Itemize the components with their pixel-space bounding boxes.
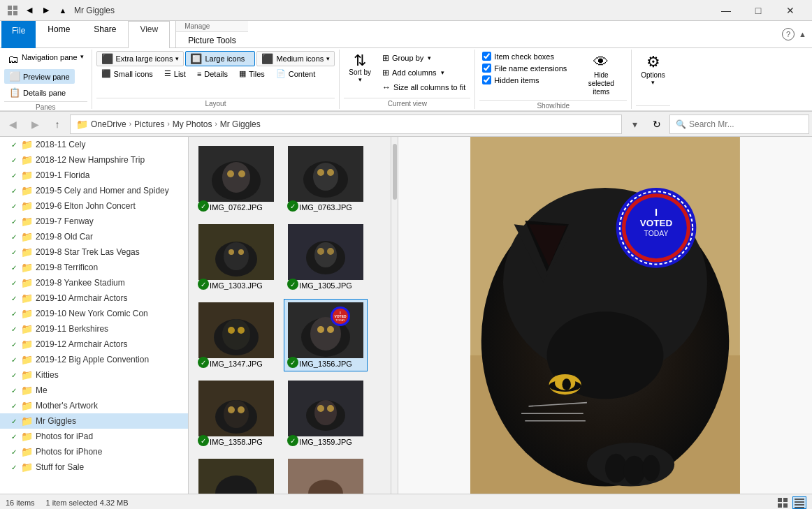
sidebar-item-2019-5-cely[interactable]: ✓ 📁 2019-5 Cely and Homer and Spidey bbox=[0, 183, 188, 198]
thumb-item-img1356[interactable]: I VOTED TODAY ✓ IMG_1356.JPG bbox=[284, 299, 368, 371]
address-dropdown-button[interactable]: ▾ bbox=[625, 115, 644, 134]
search-input[interactable] bbox=[689, 119, 787, 129]
tiles-button[interactable]: ▦ Tiles bbox=[234, 67, 270, 80]
tab-picture-tools[interactable]: Picture Tools bbox=[176, 32, 247, 48]
sidebar-item-2019-10-nycc[interactable]: ✓ 📁 2019-10 New York Comic Con bbox=[0, 306, 188, 321]
sidebar-item-2019-10-armchair[interactable]: ✓ 📁 2019-10 Armchair Actors bbox=[0, 290, 188, 306]
tab-home[interactable]: Home bbox=[36, 21, 82, 48]
svg-point-11 bbox=[313, 163, 338, 191]
hidden-items-toggle[interactable]: Hidden items bbox=[479, 75, 570, 85]
thumb-item-img1358[interactable]: ✓ IMG_1358.JPG bbox=[194, 377, 278, 450]
maximize-button[interactable]: □ bbox=[742, 0, 774, 21]
thumb-img-img1360 bbox=[198, 459, 274, 494]
breadcrumb-onedrive[interactable]: OneDrive bbox=[91, 119, 126, 129]
thumb-item-img0763[interactable]: ✓ IMG_0763.JPG bbox=[284, 142, 368, 215]
thumb-item-img1305[interactable]: ✓ IMG_1305.JPG bbox=[284, 221, 368, 293]
sidebar-item-2019-8-terrificon[interactable]: ✓ 📁 2019-8 Terrificon bbox=[0, 260, 188, 275]
view-icons-toggle[interactable] bbox=[776, 496, 790, 509]
item-count: 16 items bbox=[6, 499, 35, 507]
sidebar-item-mr-giggles[interactable]: ✓ 📁 Mr Giggles bbox=[0, 413, 188, 429]
sidebar-label: Photos for iPad bbox=[36, 431, 93, 441]
sidebar-item-mothers-artwork[interactable]: ✓ 📁 Mother's Artwork bbox=[0, 398, 188, 413]
help-icon[interactable]: ? bbox=[782, 28, 795, 40]
hide-selected-button[interactable]: 👁 Hide selected items bbox=[575, 51, 627, 98]
nav-pane-arrow: ▾ bbox=[80, 53, 84, 60]
breadcrumb-mrgiggles[interactable]: Mr Giggles bbox=[220, 119, 261, 129]
sidebar-item-2019-11-berk[interactable]: ✓ 📁 2019-11 Berkshires bbox=[0, 321, 188, 337]
up-directory-button[interactable]: ↑ bbox=[48, 115, 67, 134]
sidebar-item-2019-8-yankee[interactable]: ✓ 📁 2019-8 Yankee Stadium bbox=[0, 275, 188, 290]
thumb-item-img1360[interactable]: IMG_1360.JPG bbox=[194, 455, 278, 494]
thumb-scroll-thumb[interactable] bbox=[393, 144, 397, 200]
ribbon-group-options: ⚙ Options ▾ bbox=[632, 50, 674, 109]
thumb-item-img1361[interactable]: IMG_1361.JPG bbox=[284, 455, 368, 494]
back-button[interactable]: ◀ bbox=[3, 115, 22, 134]
list-button[interactable]: ☰ List bbox=[159, 67, 191, 80]
breadcrumb-myphotos[interactable]: My Photos bbox=[173, 119, 212, 129]
details-pane-button[interactable]: 📋 Details pane bbox=[4, 85, 71, 100]
thumb-item-img1303[interactable]: ✓ IMG_1303.JPG bbox=[194, 221, 278, 293]
svg-rect-82 bbox=[778, 503, 782, 508]
sort-by-button[interactable]: ⇅ Sort by ▾ bbox=[344, 51, 376, 85]
tab-share[interactable]: Share bbox=[82, 21, 128, 48]
file-extensions-toggle[interactable]: File name extensions bbox=[479, 63, 570, 73]
preview-pane-button[interactable]: ⬜ Preview pane bbox=[4, 69, 75, 84]
content-button[interactable]: 📄 Content bbox=[271, 67, 321, 80]
sidebar-item-2019-8-oldcar[interactable]: ✓ 📁 2019-8 Old Car bbox=[0, 229, 188, 244]
sidebar-item-me[interactable]: ✓ 📁 Me bbox=[0, 383, 188, 398]
close-button[interactable]: ✕ bbox=[774, 0, 806, 21]
thumb-label-img1359: IMG_1359.JPG bbox=[299, 438, 352, 446]
sidebar-item-2019-12-bigapple[interactable]: ✓ 📁 2019-12 Big Apple Convention bbox=[0, 352, 188, 367]
small-icons-button[interactable]: ⬛ Small icons bbox=[96, 67, 158, 80]
sidebar-item-kitties[interactable]: ✓ 📁 Kitties bbox=[0, 367, 188, 383]
group-by-button[interactable]: ⊞ Group by ▾ bbox=[377, 51, 470, 65]
address-bar[interactable]: 📁 OneDrive › Pictures › My Photos › Mr G… bbox=[70, 115, 622, 134]
tab-file[interactable]: File bbox=[1, 21, 36, 48]
sidebar-item-2019-1-florida[interactable]: ✓ 📁 2019-1 Florida bbox=[0, 168, 188, 183]
svg-rect-86 bbox=[795, 504, 804, 506]
item-checkboxes-checkbox[interactable] bbox=[482, 52, 491, 61]
quick-access-icon[interactable] bbox=[6, 3, 20, 17]
sidebar-item-2019-8-startrek[interactable]: ✓ 📁 2019-8 Star Trek Las Vegas bbox=[0, 244, 188, 260]
size-all-columns-button[interactable]: ↔ Size all columns to fit bbox=[377, 80, 470, 94]
svg-point-6 bbox=[222, 162, 250, 193]
back-arrow-icon[interactable]: ◀ bbox=[22, 3, 36, 17]
sidebar-item-2018-11-cely[interactable]: ✓ 📁 2018-11 Cely bbox=[0, 137, 188, 152]
file-extensions-checkbox[interactable] bbox=[482, 64, 491, 73]
up-arrow-icon[interactable]: ▲ bbox=[56, 3, 70, 17]
minimize-button[interactable]: — bbox=[710, 0, 742, 21]
thumbnail-scrollbar[interactable] bbox=[391, 137, 398, 494]
extra-large-icons-button[interactable]: ⬛ Extra large icons ▾ bbox=[96, 51, 184, 66]
details-button[interactable]: ≡ Details bbox=[192, 67, 233, 80]
sidebar-item-2019-6-elton[interactable]: ✓ 📁 2019-6 Elton John Concert bbox=[0, 198, 188, 214]
options-button[interactable]: ⚙ Options ▾ bbox=[636, 51, 669, 88]
forward-arrow-icon[interactable]: ▶ bbox=[39, 3, 53, 17]
check-overlay-img0763: ✓ bbox=[287, 200, 298, 212]
collapse-ribbon-icon[interactable]: ▲ bbox=[799, 30, 806, 38]
refresh-button[interactable]: ↻ bbox=[647, 115, 667, 134]
sidebar-item-photos-ipad[interactable]: ✓ 📁 Photos for iPad bbox=[0, 429, 188, 444]
nav-pane-button[interactable]: 🗂 Navigation pane ▾ bbox=[4, 51, 87, 68]
check-overlay-img1359: ✓ bbox=[287, 435, 298, 446]
tab-view[interactable]: View bbox=[128, 21, 170, 48]
thumb-img-img1359 bbox=[288, 381, 363, 436]
item-checkboxes-toggle[interactable]: Item check boxes bbox=[479, 51, 570, 61]
status-bar-right bbox=[776, 496, 806, 509]
sidebar-item-2019-7-fenway[interactable]: ✓ 📁 2019-7 Fenway bbox=[0, 214, 188, 229]
thumb-item-img1347[interactable]: ✓ IMG_1347.JPG bbox=[194, 299, 278, 371]
check-overlay-img1303: ✓ bbox=[198, 279, 209, 290]
breadcrumb-pictures[interactable]: Pictures bbox=[134, 119, 164, 129]
sidebar-item-2019-12-armchair[interactable]: ✓ 📁 2019-12 Armchair Actors bbox=[0, 337, 188, 352]
thumb-item-img1359[interactable]: ✓ IMG_1359.JPG bbox=[284, 377, 368, 450]
large-icons-button[interactable]: 🔲 Large icons bbox=[185, 51, 255, 66]
sidebar-item-2018-12-nh[interactable]: ✓ 📁 2018-12 New Hampshire Trip bbox=[0, 152, 188, 168]
sidebar-item-stuff-for-sale[interactable]: ✓ 📁 Stuff for Sale bbox=[0, 459, 188, 475]
view-details-toggle[interactable] bbox=[792, 496, 806, 509]
sidebar-label: 2019-12 Big Apple Convention bbox=[36, 355, 149, 364]
forward-button[interactable]: ▶ bbox=[25, 115, 45, 134]
add-columns-button[interactable]: ⊞ Add columns ▾ bbox=[377, 66, 470, 80]
hidden-items-checkbox[interactable] bbox=[482, 75, 491, 84]
sidebar-item-photos-iphone[interactable]: ✓ 📁 Photos for iPhone bbox=[0, 444, 188, 459]
medium-icons-button[interactable]: ⬛ Medium icons ▾ bbox=[256, 51, 335, 66]
thumb-item-img0762[interactable]: ✓ IMG_0762.JPG bbox=[194, 142, 278, 215]
